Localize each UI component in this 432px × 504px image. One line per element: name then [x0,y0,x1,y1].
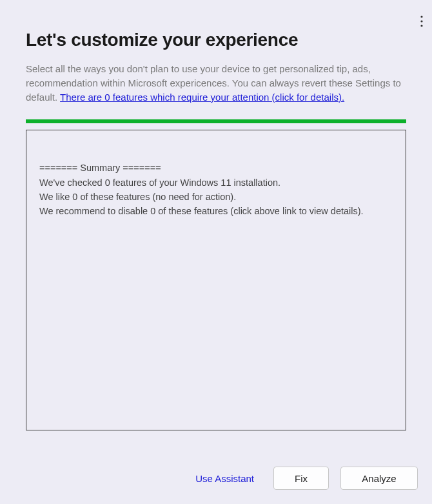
page-title: Let's customize your experience [0,0,432,50]
summary-line: We've checked 0 features of your Windows… [39,176,393,189]
summary-line: We recommend to disable 0 of these featu… [39,205,393,217]
summary-panel: ======= Summary ======= We've checked 0 … [26,130,406,430]
footer-actions: Use Assistant Fix Analyze [188,467,418,490]
use-assistant-button[interactable]: Use Assistant [188,468,262,489]
svg-point-2 [420,25,422,26]
vertical-dots-icon [420,15,423,27]
fix-button[interactable]: Fix [273,467,329,490]
svg-point-0 [420,15,422,17]
svg-point-1 [420,20,422,22]
summary-line: We like 0 of these features (no need for… [39,190,393,203]
page-description: Select all the ways you don't plan to us… [0,50,432,104]
analyze-button[interactable]: Analyze [340,467,418,490]
summary-heading: ======= Summary ======= [39,161,393,174]
attention-link[interactable]: There are 0 features which require your … [60,92,344,103]
more-menu-button[interactable] [420,15,423,29]
progress-bar [26,119,406,123]
